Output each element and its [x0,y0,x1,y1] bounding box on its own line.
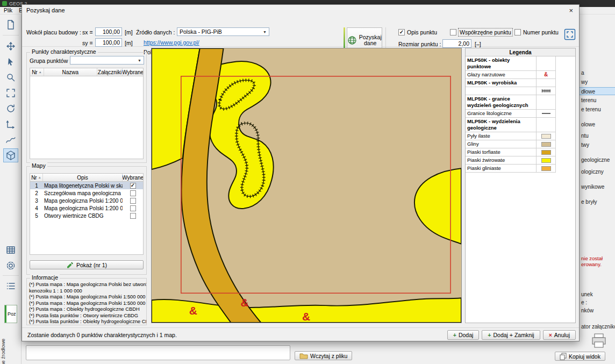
legend-row: MLP50K - granice wydzieleń geologicznych [466,95,556,110]
boulder-symbol: & [240,296,248,309]
row-checkbox[interactable] [130,198,136,204]
pgi-link[interactable]: https://www.pgi.gov.pl/ [144,39,199,46]
legend-row: MLP50K - obiekty punktowe [466,56,556,71]
color-swatch [541,134,551,139]
copy-view-button[interactable]: Kopiuj widok [555,352,605,361]
cancel-button[interactable]: × Anuluj [543,330,576,340]
panel-item[interactable]: e bryły [580,198,615,206]
col-opis[interactable]: Opis [43,174,123,181]
list-icon[interactable] [3,279,18,293]
plus-icon: + [488,332,491,338]
terrain-icon[interactable] [3,133,18,147]
source-data-vertical-tab[interactable]: Dane źrodłowe [0,333,8,364]
panel-item[interactable]: geologiczne [580,156,615,164]
row-checkbox[interactable] [130,183,136,189]
folder-open-icon [299,352,308,359]
panel-item[interactable]: wynikowe [580,183,615,191]
boulder-symbol: & [302,310,310,323]
col-nr[interactable]: Nr▲ [30,68,44,76]
attachments-manager-label[interactable]: ator załączników [580,323,615,331]
info-line: (*) Pusta mapa : Mapa geologiczna Polski… [27,282,146,288]
dialog-title: Pozyskaj dane [26,7,65,13]
col-nazwa[interactable]: Nazwa [44,68,97,76]
table-row[interactable]: 1 Mapa litogenetyczna Polski w skali 1:5… [30,182,143,189]
close-icon[interactable]: × [567,7,575,14]
sx-unit: [m] [125,28,133,36]
rotate-view-icon[interactable] [3,102,18,116]
axes-icon[interactable] [3,117,18,131]
col-wybrane[interactable]: Wybrane [123,68,143,76]
panel-item-selected[interactable]: dłowe [580,87,615,95]
sy-input[interactable] [95,38,122,47]
info-group: Informacje (*) Pusta mapa : Mapa geologi… [26,278,147,325]
legend-row: MLP50K - wydzielenia geologiczne [466,118,556,132]
info-line: (*) Pusta mapa : Mapa geologiczna Polski… [27,301,146,307]
legend-row: Pyły ilaste [466,132,556,140]
notes-field[interactable] [26,345,290,360]
around-site-label: Wokół placu budowy : [26,28,81,36]
table-row[interactable]: 5 Otwory wiertnicze CBDG [30,212,143,219]
row-checkbox[interactable] [130,213,136,219]
legend-row: Piaski żwirowate [466,156,556,165]
map-canvas[interactable]: & & & [151,48,462,323]
settings-gear-icon[interactable] [3,259,18,273]
panel-item[interactable]: twy [580,141,615,149]
panel-item[interactable]: ologiczny [580,168,615,176]
acquire-data-label: Pozyskaj dane [359,34,382,46]
col-wybrane[interactable]: Wybrane [123,174,143,181]
panel-item[interactable]: olowe [580,120,615,129]
row-checkbox[interactable] [130,205,136,211]
panel-item[interactable]: terenu [580,96,615,104]
point-description-checkbox[interactable] [398,29,405,35]
model-3d-icon[interactable] [3,148,18,162]
info-group-title: Informacje [30,274,60,281]
cancel-x-icon: × [549,332,552,338]
load-from-file-label: Wczytaj z pliku [310,353,347,359]
data-source-select[interactable]: Polska - PIG-PiB ▼ [177,27,269,36]
dialog-toolbar: Wokół placu budowy : sx = [m] sy = [m] Ź… [22,16,579,47]
add-button[interactable]: + Dodaj [447,330,480,340]
bottom-bar: Wczytaj z pliku Kopiuj widok [22,342,615,364]
point-number-label: Numer punktu [523,28,559,36]
add-and-close-button[interactable]: + Dodaj + Zamknij [482,330,540,340]
legend-row: Piaski gliniaste [466,165,556,173]
legend-row [466,87,556,95]
point-coordinates-checkbox[interactable] [450,29,456,35]
table-row[interactable]: 3 Mapa geologiczna Polski 1:200 000 - za… [30,197,143,204]
table-row[interactable]: 2 Szczegółowa mapa geologiczna Polski 1:… [30,189,143,197]
point-coordinates-label: Współrzędne punktu [459,28,512,36]
fit-view-icon[interactable] [3,86,18,100]
new-file-icon[interactable] [3,18,18,32]
panel-item[interactable]: unek [580,290,615,298]
sy-unit: [m] [125,39,133,47]
point-number-checkbox[interactable] [514,29,521,35]
panel-item[interactable]: a [580,69,615,77]
info-line: (*) Pusta lista punktów : Otwory wiertni… [27,313,146,319]
panel-item[interactable]: wy [580,78,615,86]
show-map-button[interactable]: Pokaż (nr 1) [30,260,144,269]
data-source-value: Polska - PIG-PiB [180,28,222,35]
point-group-select[interactable]: ▼ [70,56,144,65]
point-description-label: Opis punktu [407,28,437,36]
col-nr[interactable]: Nr▲ [30,174,43,181]
pozyskaj-mini-tab[interactable]: Poz [4,305,17,323]
menu-plik[interactable]: Plik [4,8,12,13]
right-side-panel: a wy dłowe terenu e terenu olowe ntu twy… [580,15,615,344]
sx-input[interactable] [95,27,122,36]
toolbar-separator [3,35,19,35]
zoom-icon[interactable] [3,70,18,84]
print-icon[interactable] [590,332,607,351]
panel-item[interactable]: e terenu [580,105,615,113]
select-icon[interactable] [3,55,18,69]
col-zalaczniki[interactable]: Załączniki [97,68,123,76]
table-row[interactable]: 4 Mapa geologiczna Polski 1:200 000 - od… [30,204,143,212]
pan-icon[interactable] [3,39,18,53]
load-from-file-button[interactable]: Wczytaj z pliku [295,351,352,360]
point-size-input[interactable] [442,39,471,48]
table-icon[interactable] [3,243,18,257]
panel-item[interactable]: ntu [580,132,615,140]
maps-table-header: Nr▲ Opis Wybrane [30,174,143,182]
row-checkbox[interactable] [130,190,136,196]
fullscreen-button[interactable] [564,28,576,40]
cancel-label: Anuluj [554,332,570,338]
